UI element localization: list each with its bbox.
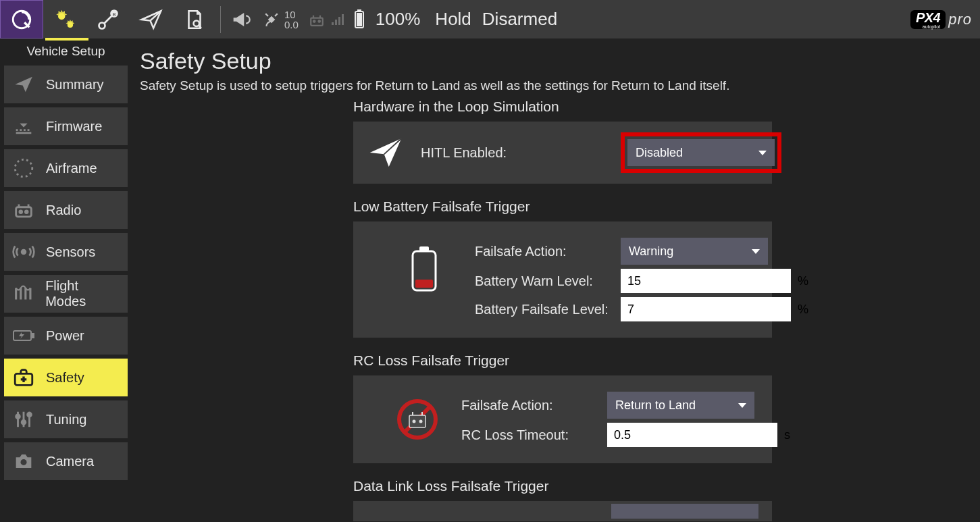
datalink-action-select[interactable]	[611, 504, 758, 519]
svg-rect-13	[338, 17, 340, 25]
sidebar-item-flight-modes[interactable]: Flight Modes	[4, 275, 128, 313]
unit-label: %	[791, 303, 815, 317]
svg-point-10	[318, 20, 320, 22]
page-title: Safety Setup	[140, 48, 964, 74]
brand-suffix: pro	[948, 11, 972, 28]
satellite-icon	[261, 9, 282, 30]
svg-point-37	[419, 420, 423, 423]
active-tab-indicator	[45, 38, 88, 41]
vehicle-setup-tab[interactable]	[43, 0, 86, 38]
gps-sat-count: 10	[284, 9, 299, 20]
svg-rect-35	[409, 415, 425, 427]
arm-state-label[interactable]: Disarmed	[482, 9, 557, 30]
sidebar-item-power[interactable]: Power	[4, 317, 128, 355]
svg-text:B: B	[112, 11, 115, 17]
sidebar-item-summary[interactable]: Summary	[4, 66, 128, 103]
svg-point-22	[22, 250, 26, 254]
airframe-icon	[11, 155, 36, 181]
download-icon	[11, 113, 36, 139]
svg-point-6	[194, 20, 200, 26]
sidebar-item-airframe[interactable]: Airframe	[4, 149, 128, 187]
failsafe-action-label: Failsafe Action:	[475, 244, 610, 259]
rcloss-timeout-input[interactable]	[607, 423, 777, 447]
sidebar-item-radio[interactable]: Radio	[4, 191, 128, 229]
svg-rect-32	[415, 280, 433, 288]
sidebar-item-safety[interactable]: Safety	[4, 359, 128, 396]
section-rcloss-title: RC Loss Failsafe Trigger	[353, 353, 964, 369]
rcloss-timeout-label: RC Loss Timeout:	[461, 427, 596, 443]
panel-low-battery: Failsafe Action: Warning Battery Warn Le…	[353, 221, 772, 338]
select-value: Return to Land	[615, 398, 696, 413]
waypoints-tab[interactable]: B	[86, 0, 130, 38]
select-value: Warning	[629, 244, 673, 259]
safety-kit-icon	[11, 365, 36, 390]
analyze-tab[interactable]	[173, 0, 216, 38]
hitl-enabled-select[interactable]: Disabled	[627, 139, 775, 166]
svg-rect-24	[32, 334, 34, 338]
sidebar-item-tuning[interactable]: Tuning	[4, 400, 128, 438]
gps-hdop: 0.0	[284, 20, 299, 30]
rcloss-action-label: Failsafe Action:	[461, 398, 596, 413]
fly-tab[interactable]	[130, 0, 173, 38]
svg-point-26	[16, 415, 20, 419]
sidebar-item-label: Safety	[46, 370, 84, 386]
sidebar-item-firmware[interactable]: Firmware	[4, 107, 128, 145]
flight-modes-icon	[11, 281, 36, 307]
signal-bars-icon	[331, 13, 344, 26]
sidebar-item-label: Tuning	[46, 412, 86, 427]
svg-rect-11	[332, 22, 334, 25]
route-icon: B	[96, 7, 120, 32]
page-description: Safety Setup is used to setup triggers f…	[140, 78, 964, 93]
sidebar-header: Vehicle Setup	[0, 38, 132, 66]
q-logo-icon	[10, 8, 33, 31]
battery-failsafe-level-input[interactable]	[621, 297, 791, 321]
section-lowbatt-title: Low Battery Failsafe Trigger	[353, 199, 964, 215]
svg-point-36	[413, 420, 416, 423]
rc-loss-icon	[394, 398, 441, 441]
svg-point-21	[25, 211, 28, 213]
hitl-enabled-label: HITL Enabled:	[421, 145, 617, 161]
svg-rect-14	[342, 14, 344, 25]
px4-logo: PX4 autopilot	[910, 10, 946, 29]
battery-status[interactable]: 100%	[349, 9, 430, 30]
sidebar-item-label: Radio	[46, 203, 81, 218]
svg-point-28	[28, 413, 32, 417]
flight-mode-label[interactable]: Hold	[435, 9, 471, 30]
megaphone-icon	[230, 8, 253, 31]
svg-rect-31	[419, 246, 429, 251]
chevron-down-icon	[752, 249, 760, 254]
svg-point-9	[313, 20, 315, 22]
svg-rect-12	[335, 20, 337, 25]
rcloss-action-select[interactable]: Return to Land	[607, 392, 754, 419]
panel-rc-loss: Failsafe Action: Return to Land RC Loss …	[353, 375, 772, 463]
battery-warn-level-input[interactable]	[621, 269, 791, 293]
rc-status[interactable]	[303, 9, 349, 30]
svg-point-27	[22, 420, 26, 424]
sensors-icon	[11, 239, 36, 265]
sidebar-item-label: Firmware	[46, 119, 102, 134]
svg-point-29	[20, 459, 26, 465]
log-analyze-icon	[183, 8, 206, 31]
gears-icon	[52, 7, 78, 32]
tuning-sliders-icon	[11, 407, 36, 432]
gps-status[interactable]: 10 0.0	[257, 9, 303, 30]
chevron-down-icon	[758, 151, 767, 155]
lowbatt-action-select[interactable]: Warning	[621, 238, 768, 265]
power-battery-icon	[11, 323, 36, 348]
unit-label: %	[791, 274, 815, 288]
sidebar-item-label: Sensors	[46, 244, 95, 260]
messages-button[interactable]	[225, 0, 257, 38]
sidebar-item-sensors[interactable]: Sensors	[4, 233, 128, 271]
brand-area: PX4 autopilot pro	[910, 10, 980, 29]
battery-warn-level-input-group: %	[621, 269, 768, 293]
rc-controller-icon	[307, 9, 327, 30]
sidebar-item-camera[interactable]: Camera	[4, 442, 128, 480]
top-toolbar: B 10 0.0	[0, 0, 980, 38]
battery-percent: 100%	[376, 9, 421, 30]
app-menu-button[interactable]	[0, 0, 43, 38]
svg-rect-8	[311, 18, 323, 25]
section-datalink-title: Data Link Loss Failsafe Trigger	[353, 478, 964, 494]
panel-hitl: HITL Enabled: Disabled	[353, 122, 772, 184]
rcloss-timeout-input-group: s	[607, 423, 754, 447]
svg-rect-16	[357, 9, 361, 11]
